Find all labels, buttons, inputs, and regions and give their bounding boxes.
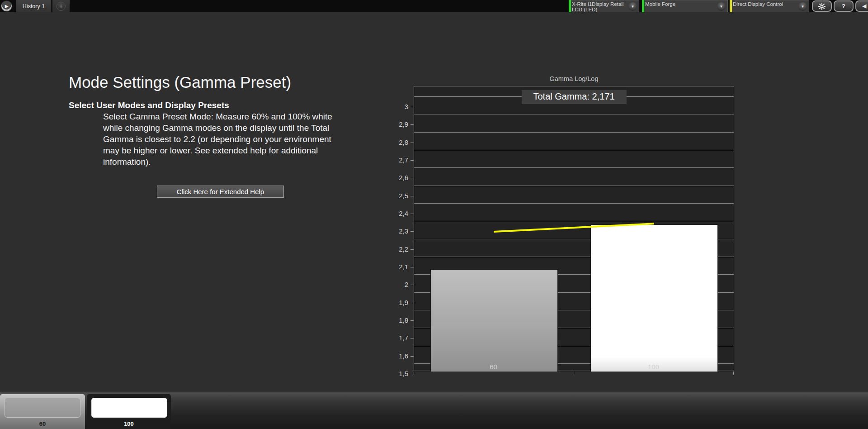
x-axis-tick xyxy=(733,372,734,375)
y-tick-label: 2,3 xyxy=(383,227,408,235)
history-expander-button[interactable]: ▶ xyxy=(1,0,12,12)
chevron-down-icon: ▼ xyxy=(798,2,807,11)
y-tick-mark xyxy=(410,231,414,232)
patch-thumbnail-100[interactable]: 100 xyxy=(87,394,171,429)
y-tick-mark xyxy=(410,178,414,178)
y-tick-mark xyxy=(410,338,414,338)
gear-icon xyxy=(818,3,826,10)
gamma-chart: Gamma Log/Log 32,92,82,72,62,52,42,32,22… xyxy=(382,75,744,388)
y-tick-mark xyxy=(410,285,414,285)
instructions-text: Select Gamma Preset Mode: Measure 60% an… xyxy=(103,111,344,167)
source-status-stripe xyxy=(642,0,644,12)
source-selector[interactable]: Mobile Forge ▼ xyxy=(642,0,728,12)
y-tick-mark xyxy=(410,320,414,321)
display-selector-label: Direct Display Control xyxy=(733,1,797,7)
y-tick-label: 2 xyxy=(383,281,408,288)
y-tick-label: 2,8 xyxy=(383,138,408,146)
plus-icon: + xyxy=(57,2,66,11)
chart-title: Gamma Log/Log xyxy=(414,75,734,82)
y-tick-label: 2,5 xyxy=(383,192,408,200)
swatch-label: 60 xyxy=(0,420,85,427)
patch-thumbnail-60[interactable]: 60 xyxy=(0,394,85,429)
y-tick-mark xyxy=(410,214,414,214)
help-button[interactable]: ? xyxy=(834,0,854,12)
y-tick-label: 1,5 xyxy=(383,370,408,377)
y-tick-mark xyxy=(410,356,414,357)
y-tick-mark xyxy=(410,303,414,303)
chevron-down-icon: ▼ xyxy=(628,2,637,11)
y-tick-label: 2,4 xyxy=(383,210,408,217)
y-tick-mark xyxy=(410,143,414,143)
gamma-trend-line xyxy=(414,86,735,372)
settings-button[interactable] xyxy=(812,0,832,12)
swatch-label: 100 xyxy=(87,420,171,427)
y-tick-mark xyxy=(410,107,414,107)
y-tick-mark xyxy=(410,124,414,125)
chevron-down-icon: ▼ xyxy=(717,2,726,11)
y-tick-mark xyxy=(410,249,414,250)
collapse-panel-button[interactable]: ◀ xyxy=(855,0,868,12)
top-bar: ▶ History 1 + X-Rite i1Display Retail LC… xyxy=(0,0,868,12)
total-gamma-badge: Total Gamma: 2,171 xyxy=(521,90,626,104)
y-tick-label: 2,6 xyxy=(383,174,408,181)
y-tick-label: 2,2 xyxy=(383,245,408,253)
x-axis-tick xyxy=(574,372,574,375)
y-tick-label: 2,9 xyxy=(383,120,408,128)
y-tick-mark xyxy=(410,196,414,196)
tab-label: History 1 xyxy=(23,3,45,10)
meter-status-stripe xyxy=(569,0,571,12)
add-tab-button[interactable]: + xyxy=(52,0,70,12)
gray-swatch xyxy=(5,398,80,418)
y-axis-labels: 32,92,82,72,62,52,42,32,22,121,91,81,71,… xyxy=(382,86,414,371)
y-tick-mark xyxy=(410,267,414,267)
x-axis-tick xyxy=(414,372,414,375)
page-title: Mode Settings (Gamma Preset) xyxy=(69,73,291,91)
gamma-plot: Total Gamma: 2,171 xyxy=(414,86,734,371)
white-swatch xyxy=(91,398,167,418)
meter-selector-line2: LCD (LED) xyxy=(572,7,627,12)
display-selector[interactable]: Direct Display Control ▼ xyxy=(730,0,809,12)
extended-help-button[interactable]: Click Here for Extended Help xyxy=(157,186,284,198)
y-tick-mark xyxy=(410,160,414,161)
source-selector-label: Mobile Forge xyxy=(645,1,716,7)
meter-selector[interactable]: X-Rite i1Display Retail LCD (LED) ▼ xyxy=(569,0,639,12)
page-subtitle: Select User Modes and Display Presets xyxy=(69,100,229,110)
y-tick-label: 1,8 xyxy=(383,316,408,324)
tab-history-1[interactable]: History 1 xyxy=(16,0,52,12)
y-tick-label: 2,7 xyxy=(383,156,408,164)
y-tick-label: 2,1 xyxy=(383,263,408,271)
bottom-bar: 60 100 ▲ ■ ▶ [-] ∞ ↻ « Bac xyxy=(0,392,868,429)
y-tick-label: 1,7 xyxy=(383,334,408,342)
display-status-stripe xyxy=(730,0,732,12)
collapse-left-icon: ◀ xyxy=(863,3,866,9)
meter-selector-line1: X-Rite i1Display Retail xyxy=(572,1,627,7)
question-mark-icon: ? xyxy=(842,3,845,10)
y-tick-mark xyxy=(410,374,414,374)
expand-right-icon: ▶ xyxy=(5,4,9,9)
y-tick-label: 1,9 xyxy=(383,299,408,306)
y-tick-label: 3 xyxy=(383,103,408,110)
y-tick-label: 1,6 xyxy=(383,352,408,360)
